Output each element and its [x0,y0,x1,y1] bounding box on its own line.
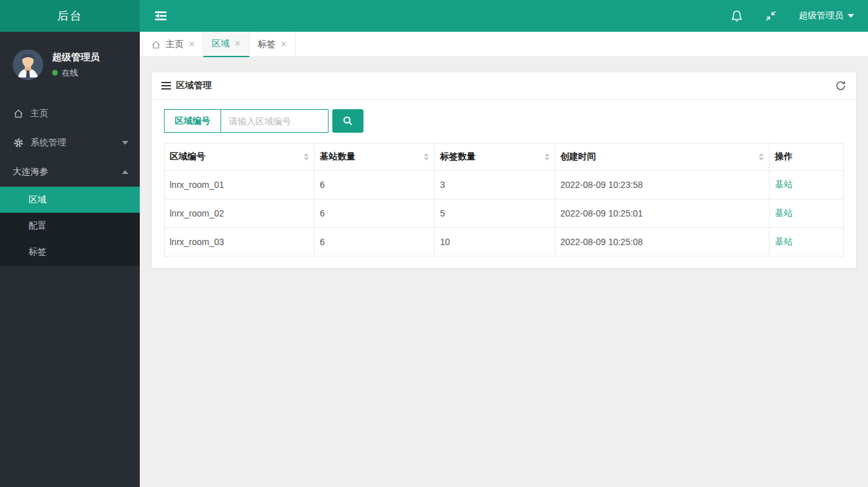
main-content: 区域管理 区域编号 [140,58,868,487]
table-row: lnrx_room_03 6 10 2022-08-09 10:25:08 基站 [165,228,844,257]
user-menu[interactable]: 超级管理员 [799,10,854,22]
cell-stations: 6 [315,199,435,228]
sidebar-item-label: 大连海参 [13,166,48,178]
user-status: 在线 [52,67,100,79]
table-row: lnrx_room_01 6 3 2022-08-09 10:23:58 基站 [165,171,844,199]
home-icon [151,40,161,50]
notifications-bell-icon[interactable] [731,10,743,22]
column-header-created[interactable]: 创建时间 [555,143,770,171]
panel-title-label: 区域管理 [176,80,212,91]
panel-header: 区域管理 [152,72,856,100]
sidebar-nav: 主页 系统管理 大连海参 区域 配置 标签 [0,99,140,266]
gear-icon [13,138,24,148]
base-station-link[interactable]: 基站 [775,236,792,246]
chevron-down-icon [848,14,854,18]
compress-fullscreen-icon[interactable] [764,10,777,22]
panel-title: 区域管理 [161,80,212,91]
tab-home[interactable]: 主页 × [142,32,203,57]
sidebar-submenu: 区域 配置 标签 [0,187,140,266]
area-id-input[interactable] [221,110,328,132]
sidebar: 后台 超级管理员 在线 [0,0,140,487]
cell-created: 2022-08-09 10:25:08 [555,228,770,257]
close-icon[interactable]: × [189,39,194,50]
list-bars-icon [161,80,171,91]
tab-label: 标签 [258,39,276,50]
tab-bar: 主页 × 区域 × 标签 × [140,32,868,57]
search-field-label: 区域编号 [165,110,221,132]
table-row: lnrx_room_02 6 5 2022-08-09 10:25:01 基站 [165,199,844,228]
refresh-icon[interactable] [835,80,846,91]
top-header: 超级管理员 [140,0,868,32]
sort-icon [545,153,550,161]
user-menu-label: 超级管理员 [799,10,843,22]
area-management-panel: 区域管理 区域编号 [151,72,857,269]
close-icon[interactable]: × [281,39,287,50]
cell-stations: 6 [315,228,435,257]
tab-label: 主页 [166,39,184,50]
cell-actions: 基站 [770,199,844,228]
cell-stations: 6 [315,171,435,199]
search-row: 区域编号 [164,109,844,133]
user-panel: 超级管理员 在线 [0,32,140,99]
column-header-tags[interactable]: 标签数量 [435,143,555,171]
cell-area-id: lnrx_room_01 [165,171,315,199]
sidebar-item-home[interactable]: 主页 [0,99,140,128]
chevron-down-icon [122,141,128,145]
sidebar-toggle-icon[interactable] [154,10,168,22]
close-icon[interactable]: × [234,39,240,49]
cell-tags: 3 [435,171,555,199]
avatar [13,50,43,80]
column-header-stations[interactable]: 基站数量 [315,143,435,171]
search-input-group: 区域编号 [164,109,329,133]
column-header-actions: 操作 [770,143,844,171]
sidebar-item-label: 主页 [31,108,48,119]
cell-actions: 基站 [770,171,844,199]
sidebar-subitem-area[interactable]: 区域 [0,187,140,213]
chevron-up-icon [122,170,128,174]
cell-tags: 5 [435,199,555,228]
sidebar-item-label: 系统管理 [31,137,66,149]
home-icon [13,109,24,119]
cell-area-id: lnrx_room_03 [165,228,315,257]
panel-body: 区域编号 [152,100,856,268]
sidebar-item-group[interactable]: 大连海参 [0,157,140,187]
user-name: 超级管理员 [52,51,100,63]
area-table: 区域编号 基站数量 标签数量 创建时间 [164,143,844,257]
cell-created: 2022-08-09 10:23:58 [555,171,770,199]
sidebar-subitem-config[interactable]: 配置 [0,213,140,239]
tab-area[interactable]: 区域 × [203,32,249,57]
sort-icon [759,153,764,161]
tab-label: 区域 [212,38,229,50]
search-icon [342,116,353,126]
cell-area-id: lnrx_room_02 [165,199,315,228]
user-status-label: 在线 [62,67,78,79]
column-header-area-id[interactable]: 区域编号 [165,143,315,171]
app-logo: 后台 [0,0,140,32]
cell-actions: 基站 [770,228,844,257]
base-station-link[interactable]: 基站 [775,208,792,218]
sidebar-item-system[interactable]: 系统管理 [0,128,140,157]
online-dot-icon [52,70,58,76]
sort-icon [424,153,429,161]
table-header-row: 区域编号 基站数量 标签数量 创建时间 [165,143,844,171]
sidebar-subitem-tag[interactable]: 标签 [0,239,140,265]
sort-icon [304,153,309,161]
cell-tags: 10 [435,228,555,257]
cell-created: 2022-08-09 10:25:01 [555,199,770,228]
base-station-link[interactable]: 基站 [775,179,792,189]
search-button[interactable] [332,109,363,133]
tab-tag[interactable]: 标签 × [250,32,295,57]
